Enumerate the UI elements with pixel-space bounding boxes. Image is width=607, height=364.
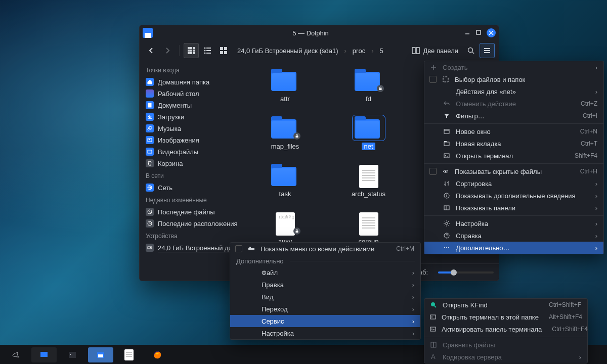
menu-undo[interactable]: Отменить действиеCtrl+Z — [424, 98, 603, 110]
menu-filter[interactable]: Фильтр…Ctrl+I — [424, 110, 603, 122]
submenu-edit[interactable]: Правка — [230, 279, 420, 291]
breadcrumb-disk[interactable]: 24,0 ГиБ Встроенный диск (sda1) — [237, 47, 338, 55]
folder-icon — [271, 72, 296, 91]
file-item[interactable]: arch_status — [331, 165, 407, 212]
submenu-settings[interactable]: Настройка — [230, 327, 420, 339]
place-music[interactable]: Музыка — [142, 123, 236, 134]
place-videos[interactable]: Видеофайлы — [142, 146, 236, 157]
gear-icon — [443, 220, 451, 227]
menu-kfind[interactable]: Открыть KFindCtrl+Shift+F — [424, 299, 587, 311]
breadcrumb-5[interactable]: 5 — [380, 47, 383, 55]
menu-show-hidden[interactable]: Показывать скрытые файлыCtrl+H — [424, 165, 603, 177]
place-home[interactable]: Домашняя папка — [142, 76, 236, 87]
file-label: fd — [366, 95, 371, 103]
details-view-button[interactable] — [216, 43, 231, 58]
submenu-header: Дополнительно — [230, 255, 420, 266]
undo-icon — [443, 100, 451, 107]
menu-actions-for[interactable]: Действия для «net» — [424, 85, 603, 98]
compare-icon — [429, 341, 438, 348]
place-trash[interactable]: Корзина — [142, 158, 236, 169]
file-item[interactable]: fd — [331, 70, 407, 117]
svg-rect-3 — [193, 47, 195, 49]
file-item[interactable]: attr — [247, 70, 323, 117]
menu-create[interactable]: Создать — [424, 61, 603, 73]
svg-rect-16 — [220, 47, 223, 50]
compact-view-button[interactable] — [200, 43, 215, 58]
menu-sorting[interactable]: Сортировка — [424, 177, 603, 190]
app-launcher-button[interactable] — [3, 347, 28, 362]
place-desktop[interactable]: Рабочий стол — [142, 88, 236, 99]
svg-rect-17 — [224, 47, 227, 50]
svg-rect-18 — [220, 51, 223, 54]
task-dolphin[interactable] — [88, 347, 113, 362]
task-terminal[interactable] — [60, 347, 85, 362]
close-button[interactable] — [487, 28, 496, 37]
place-documents[interactable]: Документы — [142, 100, 236, 111]
menu-help[interactable]: Справка — [424, 230, 603, 242]
menu-open-terminal[interactable]: Открыть терминалShift+F4 — [424, 150, 603, 162]
file-item[interactable]: task — [247, 165, 323, 212]
menu-extra-info[interactable]: Показывать дополнительные сведения — [424, 190, 603, 202]
music-icon — [146, 124, 154, 132]
svg-text:A: A — [431, 353, 436, 360]
place-recent-locations[interactable]: Последние расположения — [142, 218, 236, 229]
svg-point-45 — [444, 247, 445, 248]
task-show-desktop[interactable] — [31, 347, 57, 362]
back-button[interactable] — [144, 43, 159, 58]
svg-rect-20 — [412, 48, 415, 54]
task-firefox[interactable] — [145, 347, 170, 362]
svg-rect-11 — [206, 48, 211, 49]
breadcrumb[interactable]: 24,0 ГиБ Встроенный диск (sda1) › proc ›… — [237, 47, 383, 55]
place-downloads[interactable]: Загрузки — [142, 111, 236, 122]
home-icon — [146, 78, 154, 86]
hamburger-menu: Создать Выбор файлов и папок Действия дл… — [424, 61, 604, 254]
panels-icon — [443, 204, 451, 211]
menu-panels[interactable]: Показывать панели — [424, 202, 603, 214]
menu-more[interactable]: Дополнительно… — [424, 242, 603, 254]
svg-rect-53 — [431, 342, 433, 347]
svg-rect-48 — [248, 248, 254, 250]
toolbar: 24,0 ГиБ Встроенный диск (sda1) › proc ›… — [140, 40, 499, 61]
split-view-button[interactable]: Две панели — [408, 43, 462, 58]
submenu-tools[interactable]: Сервис — [230, 315, 420, 327]
file-label: net — [362, 143, 375, 150]
file-item[interactable]: net — [331, 117, 407, 165]
svg-rect-59 — [98, 354, 103, 357]
zoom-slider[interactable] — [438, 271, 494, 274]
place-pictures[interactable]: Изображения — [142, 134, 236, 146]
submenu-view[interactable]: Вид — [230, 291, 420, 303]
search-button[interactable] — [463, 43, 479, 58]
titlebar[interactable]: 5 — Dolphin — [140, 25, 499, 40]
minimize-button[interactable] — [464, 29, 470, 37]
place-network[interactable]: Сеть — [142, 182, 236, 193]
maximize-button[interactable] — [475, 29, 482, 37]
svg-rect-42 — [444, 206, 449, 210]
submenu-file[interactable]: Файл — [230, 266, 420, 279]
file-item[interactable]: map_files — [247, 117, 323, 165]
file-label: arch_status — [352, 190, 385, 198]
breadcrumb-proc[interactable]: proc — [353, 47, 365, 55]
icons-view-button[interactable] — [184, 43, 199, 58]
place-internal-disk[interactable]: 24,0 ГиБ Встроенный диск (sda1) — [142, 242, 236, 253]
places-header-recent: Недавно изменённые — [142, 194, 236, 206]
menu-server-encoding[interactable]: AКодировка сервера — [424, 351, 587, 363]
submenu-go[interactable]: Переход — [230, 303, 420, 315]
menu-select-files[interactable]: Выбор файлов и папок — [424, 73, 603, 85]
svg-point-40 — [445, 171, 447, 172]
menu-settings[interactable]: Настройка — [424, 217, 603, 230]
menu-compare-files[interactable]: Сравнить файлы — [424, 339, 587, 351]
menu-terminal-here[interactable]: Открыть терминал в этой папкеAlt+Shift+F… — [424, 311, 587, 323]
menu-new-window[interactable]: Новое окноCtrl+N — [424, 125, 603, 138]
task-text-editor[interactable] — [116, 347, 142, 362]
folder-icon — [355, 72, 380, 91]
menu-new-tab[interactable]: Новая вкладкаCtrl+T — [424, 138, 603, 150]
place-recent-files[interactable]: Последние файлы — [142, 206, 236, 217]
places-header-entry: Точки входа — [142, 64, 236, 76]
folder-icon — [271, 119, 296, 139]
menu-show-all-actions[interactable]: Показать меню со всеми действиямиCtrl+M — [230, 243, 420, 255]
hamburger-menu-button[interactable] — [480, 43, 495, 58]
lock-icon — [293, 132, 300, 140]
svg-rect-15 — [206, 53, 211, 54]
menu-terminal-panel[interactable]: Активировать панель терминалаCtrl+Shift+… — [424, 323, 587, 335]
forward-button[interactable] — [160, 43, 175, 58]
